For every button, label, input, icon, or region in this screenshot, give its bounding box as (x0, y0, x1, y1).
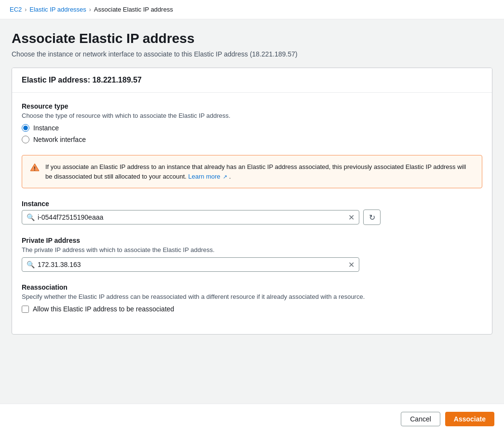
warning-period: . (229, 173, 231, 180)
instance-search-wrapper: 🔍 ✕ (22, 210, 359, 224)
reassociation-checkbox[interactable] (22, 306, 29, 313)
reassociation-section: Reassociation Specify whether the Elasti… (22, 283, 482, 313)
learn-more-link[interactable]: Learn more ↗︎ (188, 173, 229, 180)
warning-text: If you associate an Elastic IP address t… (45, 162, 474, 181)
reassociation-checkbox-row[interactable]: Allow this Elastic IP address to be reas… (22, 305, 482, 313)
private-ip-wrapper: 🔍 ✕ (22, 257, 359, 272)
instance-section: Instance 🔍 ✕ ↻ (22, 200, 482, 225)
page-subtitle: Choose the instance or network interface… (12, 50, 492, 58)
radio-item-network[interactable]: Network interface (22, 136, 482, 143)
private-ip-input-row: 🔍 ✕ (22, 257, 482, 272)
associate-button[interactable]: Associate (445, 412, 494, 426)
breadcrumb: EC2 › Elastic IP addresses › Associate E… (0, 0, 504, 19)
refresh-icon: ↻ (369, 213, 375, 222)
page-content: Associate Elastic IP address Choose the … (0, 19, 504, 346)
breadcrumb-separator-1: › (25, 6, 27, 13)
instance-input-row: 🔍 ✕ ↻ (22, 210, 482, 225)
reassociation-label: Reassociation (22, 283, 482, 291)
card-header: Elastic IP address: 18.221.189.57 (12, 68, 492, 93)
learn-more-label: Learn more (188, 173, 220, 180)
breadcrumb-separator-2: › (89, 6, 91, 13)
private-ip-search-icon: 🔍 (27, 261, 35, 268)
instance-field-label: Instance (22, 200, 482, 208)
radio-instance-input[interactable] (22, 124, 29, 132)
reassociation-checkbox-label[interactable]: Allow this Elastic IP address to be reas… (33, 305, 174, 313)
radio-instance-label[interactable]: Instance (33, 124, 59, 132)
warning-box: ! If you associate an Elastic IP address… (22, 155, 482, 188)
footer: Cancel Associate (0, 404, 504, 434)
svg-text:!: ! (34, 166, 35, 171)
breadcrumb-current: Associate Elastic IP address (94, 6, 173, 13)
radio-item-instance[interactable]: Instance (22, 124, 482, 132)
instance-refresh-button[interactable]: ↻ (363, 210, 381, 225)
resource-type-radio-group: Instance Network interface (22, 124, 482, 143)
external-link-icon: ↗︎ (223, 174, 227, 180)
page-title: Associate Elastic IP address (12, 31, 492, 46)
private-ip-label: Private IP address (22, 237, 482, 244)
instance-clear-icon[interactable]: ✕ (348, 213, 354, 222)
private-ip-section: Private IP address The private IP addres… (22, 237, 482, 272)
main-card: Elastic IP address: 18.221.189.57 Resour… (12, 68, 492, 335)
radio-network-label[interactable]: Network interface (33, 136, 86, 143)
breadcrumb-ec2-link[interactable]: EC2 (10, 6, 22, 13)
warning-icon: ! (30, 163, 40, 172)
resource-type-desc: Choose the type of resource with which t… (22, 112, 482, 119)
private-ip-clear-icon[interactable]: ✕ (348, 260, 354, 269)
private-ip-input[interactable] (22, 257, 359, 272)
reassociation-desc: Specify whether the Elastic IP address c… (22, 293, 482, 300)
card-body: Resource type Choose the type of resourc… (12, 93, 492, 334)
resource-type-section: Resource type Choose the type of resourc… (22, 102, 482, 143)
breadcrumb-elastic-ips-link[interactable]: Elastic IP addresses (29, 6, 86, 13)
card-header-title: Elastic IP address: 18.221.189.57 (22, 76, 142, 84)
resource-type-label: Resource type (22, 102, 482, 110)
instance-search-input[interactable] (22, 210, 359, 224)
instance-search-icon: 🔍 (27, 213, 35, 221)
warning-message: If you associate an Elastic IP address t… (45, 163, 466, 180)
radio-network-input[interactable] (22, 136, 29, 143)
cancel-button[interactable]: Cancel (401, 412, 440, 426)
private-ip-desc: The private IP address with which to ass… (22, 246, 482, 253)
